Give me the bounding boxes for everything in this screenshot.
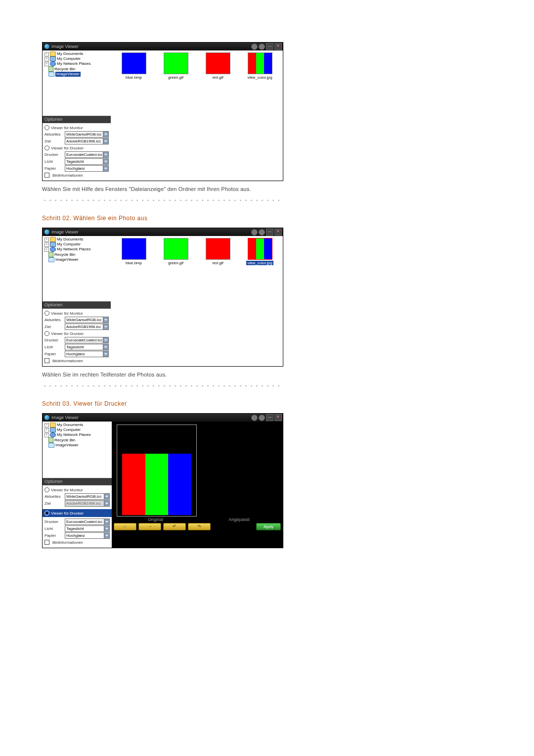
- chevron-down-icon[interactable]: [103, 351, 108, 357]
- caption-1: Wählen Sie mit Hilfe des Fensters "Datei…: [42, 186, 492, 192]
- expand-icon[interactable]: +: [44, 423, 49, 427]
- chevron-down-icon[interactable]: [104, 519, 109, 524]
- minimize-button[interactable]: —: [266, 229, 273, 236]
- titlebar-round-button-2[interactable]: [259, 415, 265, 421]
- thumb-viewcolor[interactable]: view_color.jpg: [239, 52, 281, 80]
- folder-tree[interactable]: +My Documents +My Computer +My Network P…: [43, 422, 112, 478]
- thumbnail-pane[interactable]: blue.bmp green.gif red.gif view_color.jp…: [111, 50, 283, 181]
- expand-icon[interactable]: +: [44, 428, 49, 432]
- titlebar-round-button-2[interactable]: [259, 44, 265, 50]
- radio-viewer-drucker[interactable]: Viewer für Drucker: [44, 145, 109, 150]
- chevron-down-icon[interactable]: [104, 526, 109, 531]
- thumb-swatch: [248, 52, 272, 74]
- dropdown-drucker[interactable]: EuroscaleCoated.icc: [65, 337, 109, 343]
- titlebar-round-button-1[interactable]: [251, 229, 258, 236]
- thumb-red[interactable]: red.gif: [197, 52, 239, 80]
- rotate-right-icon: ↷: [197, 524, 201, 529]
- radio-icon: [44, 125, 49, 130]
- dropdown-papier[interactable]: Hochglanz: [65, 351, 109, 357]
- folder-icon: [50, 51, 56, 56]
- thumb-green[interactable]: green.gif: [155, 52, 197, 80]
- dropdown-ziel[interactable]: AdobeRGB1998.icc: [65, 138, 109, 144]
- dropdown-papier[interactable]: Hochglanz: [65, 532, 110, 539]
- dropdown-papier[interactable]: Hochglanz: [65, 165, 109, 172]
- chevron-down-icon[interactable]: [104, 533, 109, 538]
- folder-tree[interactable]: +My Documents +My Computer +My Network P…: [43, 236, 111, 301]
- radio-icon: [44, 145, 49, 150]
- dropdown-licht[interactable]: Tageslicht: [65, 344, 109, 350]
- network-icon: [50, 61, 56, 66]
- thumb-blue[interactable]: blue.bmp: [113, 238, 155, 265]
- computer-icon: [50, 56, 56, 61]
- folder-icon: [50, 423, 56, 427]
- chevron-down-icon[interactable]: [103, 166, 108, 171]
- rotate-right-button[interactable]: ↷: [188, 523, 211, 530]
- label-original: Original: [114, 517, 197, 522]
- radio-viewer-drucker[interactable]: Viewer für Drucker: [44, 511, 110, 516]
- thumb-blue[interactable]: blue.bmp: [113, 52, 155, 80]
- thumb-red[interactable]: red.gif: [197, 238, 239, 265]
- close-button[interactable]: ✕: [274, 43, 282, 50]
- folder-tree[interactable]: +My Documents +My Computer +My Network P…: [43, 50, 111, 116]
- expand-icon[interactable]: +: [44, 237, 49, 242]
- computer-icon: [50, 427, 56, 432]
- radio-viewer-monitor[interactable]: Viewer für Monitor: [44, 125, 109, 130]
- titlebar-round-button-2[interactable]: [259, 229, 265, 236]
- minimize-button[interactable]: —: [266, 43, 273, 50]
- dropdown-licht[interactable]: Tageslicht: [65, 158, 109, 165]
- options-header: Optionen: [43, 478, 112, 485]
- chevron-down-icon[interactable]: [104, 494, 109, 499]
- chevron-down-icon[interactable]: [103, 159, 108, 164]
- expand-icon[interactable]: +: [44, 247, 49, 252]
- expand-icon[interactable]: +: [44, 242, 49, 247]
- dropdown-aktuelles[interactable]: WideGamutRGB.icc: [65, 131, 109, 138]
- section-divider: [42, 384, 279, 387]
- radio-viewer-drucker[interactable]: Viewer für Drucker: [44, 331, 109, 336]
- next-button[interactable]: →: [138, 523, 161, 530]
- checkbox-bildinfo[interactable]: Bildinformationen: [44, 540, 110, 545]
- chevron-down-icon[interactable]: [103, 139, 108, 144]
- window-titlebar[interactable]: Image Viewer — ✕: [43, 414, 283, 422]
- chevron-down-icon[interactable]: [103, 152, 108, 157]
- thumb-green[interactable]: green.gif: [155, 238, 197, 265]
- chevron-down-icon[interactable]: [103, 324, 108, 330]
- expand-icon[interactable]: +: [44, 57, 49, 61]
- radio-viewer-monitor[interactable]: Viewer für Monitor: [44, 311, 109, 316]
- arrow-right-icon: →: [148, 524, 152, 529]
- dropdown-aktuelles[interactable]: WideGamutRGB.icc: [65, 493, 110, 500]
- window-titlebar[interactable]: Image Viewer — ✕: [43, 43, 283, 50]
- expand-icon[interactable]: +: [44, 433, 49, 437]
- checkbox-bildinfo[interactable]: Bildinformationen: [44, 358, 109, 363]
- thumbnail-pane[interactable]: blue.bmp green.gif red.gif view_color.jp…: [111, 236, 283, 366]
- expand-icon[interactable]: +: [44, 62, 49, 66]
- rotate-left-button[interactable]: ↶: [163, 523, 186, 530]
- checkbox-bildinfo[interactable]: Bildinformationen: [44, 173, 109, 178]
- dropdown-ziel[interactable]: AdobeRGB1998.icc: [65, 324, 109, 330]
- options-header: Optionen: [43, 301, 111, 309]
- titlebar-round-button-1[interactable]: [251, 415, 258, 421]
- checkbox-icon: [44, 173, 49, 178]
- radio-viewer-monitor[interactable]: Viewer für Monitor: [44, 487, 110, 492]
- recycle-bin-icon: [48, 437, 53, 443]
- minimize-button[interactable]: —: [266, 414, 273, 421]
- titlebar-round-button-1[interactable]: [251, 44, 258, 50]
- window-titlebar[interactable]: Image Viewer — ✕: [43, 228, 283, 236]
- chevron-down-icon[interactable]: [103, 344, 108, 350]
- expand-icon[interactable]: +: [44, 52, 49, 56]
- dropdown-drucker[interactable]: EuroscaleCoated.icc: [65, 151, 109, 158]
- close-button[interactable]: ✕: [274, 229, 282, 236]
- dropdown-ziel: AdobeRGB1998.icc: [65, 500, 110, 507]
- chevron-down-icon[interactable]: [103, 337, 108, 343]
- chevron-down-icon[interactable]: [103, 317, 108, 323]
- dropdown-aktuelles[interactable]: WideGamutRGB.icc: [65, 317, 109, 323]
- prev-button[interactable]: ←: [114, 523, 136, 530]
- close-button[interactable]: ✕: [274, 414, 282, 421]
- thumb-viewcolor[interactable]: view_color.jpg: [239, 238, 281, 265]
- rotate-left-icon: ↶: [173, 524, 177, 529]
- thumb-swatch: [122, 52, 146, 74]
- apply-button[interactable]: Apply: [256, 523, 281, 530]
- dropdown-licht[interactable]: Tageslicht: [65, 525, 110, 532]
- chevron-down-icon[interactable]: [103, 132, 108, 137]
- dropdown-drucker[interactable]: EuroscaleCoated.icc: [65, 519, 110, 525]
- folder-open-icon: [48, 72, 54, 77]
